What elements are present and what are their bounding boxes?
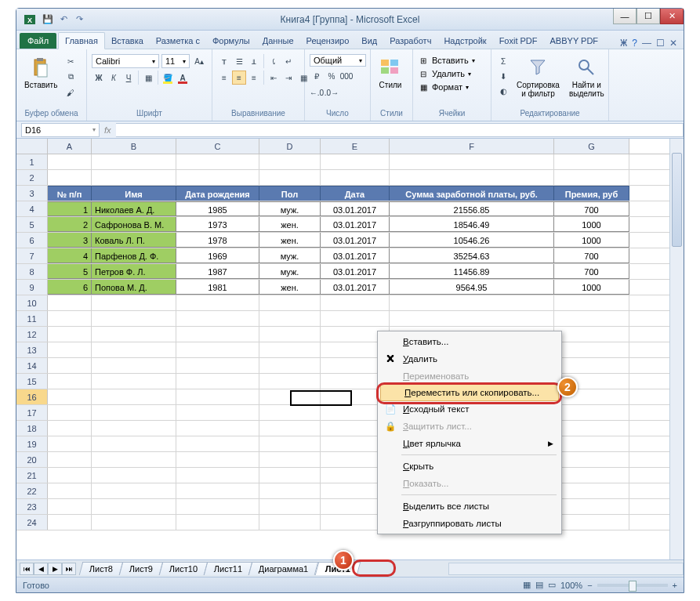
col-header-C[interactable]: C	[176, 139, 259, 154]
cell[interactable]	[176, 358, 259, 373]
row-header[interactable]: 1	[16, 154, 48, 169]
cell[interactable]	[176, 515, 259, 530]
tab-developer[interactable]: Разработч	[383, 33, 437, 49]
cell[interactable]	[554, 342, 629, 357]
cell[interactable]: Премия, руб	[554, 186, 629, 201]
cell[interactable]	[554, 311, 629, 326]
cell[interactable]	[92, 405, 176, 420]
cell[interactable]: 03.01.2017	[321, 201, 390, 216]
border-icon[interactable]: ▦	[141, 71, 155, 85]
cell[interactable]	[48, 452, 92, 467]
cell[interactable]	[48, 358, 92, 373]
cell[interactable]	[92, 311, 176, 326]
cell[interactable]: 700	[554, 264, 629, 279]
cell[interactable]	[92, 170, 176, 185]
context-menu-item[interactable]: Разгруппировать листы	[379, 515, 560, 532]
zoom-in-icon[interactable]: +	[673, 581, 677, 590]
font-color-icon[interactable]: A	[176, 71, 190, 85]
row-header[interactable]: 12	[16, 327, 48, 342]
cell[interactable]	[92, 421, 176, 436]
align-middle-icon[interactable]: ☰	[232, 54, 246, 68]
italic-button[interactable]: К	[107, 71, 121, 85]
tab-home[interactable]: Главная	[58, 32, 105, 49]
cell[interactable]	[48, 389, 92, 404]
align-bottom-icon[interactable]: ⫫	[247, 54, 261, 68]
cell[interactable]: 1000	[554, 233, 629, 248]
cell[interactable]	[390, 311, 554, 326]
tab-foxit[interactable]: Foxit PDF	[493, 33, 544, 49]
row-header[interactable]: 17	[16, 405, 48, 420]
formula-input[interactable]	[116, 123, 684, 137]
cell[interactable]: 11456.89	[390, 264, 554, 279]
cell[interactable]: муж.	[259, 201, 321, 216]
cell[interactable]	[92, 499, 176, 514]
tab-data[interactable]: Данные	[256, 33, 300, 49]
cell[interactable]: Петров Ф. Л.	[92, 264, 176, 279]
cell[interactable]	[554, 295, 629, 310]
delete-cells-button[interactable]: ⊟Удалить▾	[418, 67, 471, 80]
cell[interactable]: 5	[48, 264, 92, 279]
name-box[interactable]: D16▾	[21, 123, 100, 137]
cell[interactable]: 1973	[176, 217, 259, 232]
cell[interactable]	[176, 311, 259, 326]
cell[interactable]	[92, 468, 176, 483]
row-header[interactable]: 15	[16, 374, 48, 389]
increase-indent-icon[interactable]: ⇥	[281, 71, 296, 85]
format-painter-icon[interactable]: 🖌	[63, 85, 78, 100]
context-menu-item[interactable]: Вставить...	[379, 333, 560, 350]
cell[interactable]	[92, 327, 176, 342]
decrease-indent-icon[interactable]: ⇤	[267, 71, 281, 85]
cell[interactable]: 3	[48, 233, 92, 248]
row-header[interactable]: 23	[16, 499, 48, 514]
cell[interactable]	[92, 452, 176, 467]
sheet-tab[interactable]: Лист10	[159, 562, 209, 575]
cell[interactable]	[48, 483, 92, 498]
col-header-G[interactable]: G	[554, 139, 629, 154]
cell[interactable]	[259, 405, 321, 420]
cell[interactable]	[554, 452, 629, 467]
cell[interactable]	[321, 295, 390, 310]
cell[interactable]	[321, 311, 390, 326]
row-header[interactable]: 7	[16, 248, 48, 263]
cell[interactable]	[48, 295, 92, 310]
cell[interactable]	[48, 499, 92, 514]
cell[interactable]: 10546.26	[390, 233, 554, 248]
row-header[interactable]: 24	[16, 515, 48, 530]
cell[interactable]	[176, 374, 259, 389]
cell[interactable]	[176, 468, 259, 483]
row-header[interactable]: 11	[16, 311, 48, 326]
horizontal-scrollbar[interactable]	[448, 563, 684, 575]
cell[interactable]	[176, 327, 259, 342]
wrap-text-icon[interactable]: ↵	[281, 54, 296, 68]
align-left-icon[interactable]: ≡	[217, 71, 231, 85]
cell[interactable]: Парфенов Д. Ф.	[92, 248, 176, 263]
cut-icon[interactable]: ✂	[63, 54, 78, 68]
col-header-E[interactable]: E	[321, 139, 390, 154]
cell[interactable]: жен.	[259, 233, 321, 248]
cell[interactable]: 03.01.2017	[321, 248, 390, 263]
cell[interactable]	[259, 374, 321, 389]
cell[interactable]: 2	[48, 217, 92, 232]
cell[interactable]: 1	[48, 201, 92, 216]
cell[interactable]	[176, 389, 259, 404]
cell[interactable]	[176, 421, 259, 436]
cell[interactable]: 21556.85	[390, 201, 554, 216]
tab-abbyy[interactable]: ABBYY PDF	[544, 33, 605, 49]
tab-nav-first[interactable]: ⏮	[20, 563, 34, 575]
row-header[interactable]: 6	[16, 233, 48, 248]
cell[interactable]	[259, 358, 321, 373]
row-header[interactable]: 8	[16, 264, 48, 279]
tab-review[interactable]: Рецензиро	[300, 33, 356, 49]
cell[interactable]	[554, 499, 629, 514]
cell[interactable]	[92, 515, 176, 530]
maximize-button[interactable]: ☐	[637, 9, 660, 24]
increase-decimal-icon[interactable]: ←.0	[310, 85, 324, 100]
cell[interactable]	[259, 327, 321, 342]
align-top-icon[interactable]: ⫪	[217, 54, 231, 68]
cell[interactable]	[259, 342, 321, 357]
row-header[interactable]: 4	[16, 201, 48, 216]
cell[interactable]: 03.01.2017	[321, 280, 390, 295]
cell[interactable]	[259, 436, 321, 451]
cell[interactable]	[259, 389, 321, 404]
cell[interactable]: 35254.63	[390, 248, 554, 263]
